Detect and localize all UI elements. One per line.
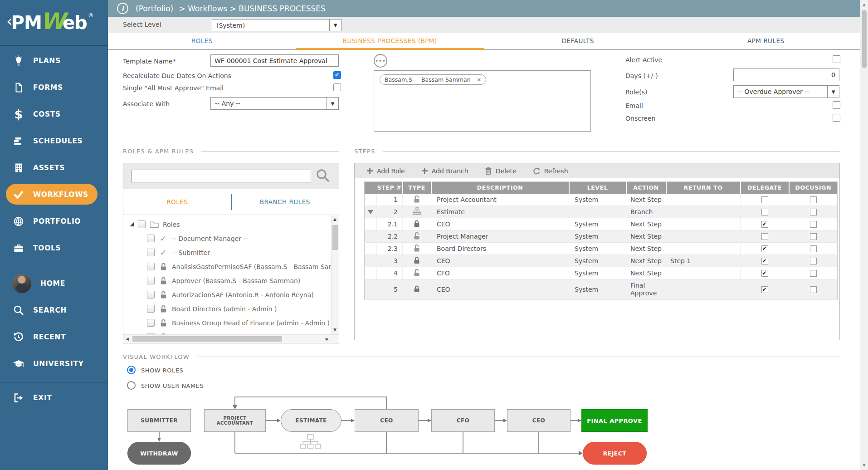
- docusign-checkbox[interactable]: [810, 270, 817, 277]
- col-docusign[interactable]: DOCUSIGN: [789, 182, 838, 194]
- chevron-down-icon[interactable]: ▼: [327, 98, 338, 109]
- delegate-checkbox[interactable]: [761, 233, 768, 240]
- tree-item-checkbox[interactable]: [147, 263, 155, 270]
- onscreen-checkbox[interactable]: [833, 114, 840, 122]
- days-input[interactable]: [733, 69, 839, 81]
- recalculate-checkbox[interactable]: [333, 71, 341, 79]
- col-description[interactable]: DESCRIPTION: [431, 182, 569, 194]
- delete-button[interactable]: Delete: [485, 167, 517, 175]
- collapse-row-icon[interactable]: [368, 210, 373, 214]
- sidebar-item-costs[interactable]: $ COSTS: [0, 101, 108, 127]
- assignees-box[interactable]: Bassam.S Bassam Samman ×: [374, 70, 591, 132]
- docusign-checkbox[interactable]: [810, 209, 817, 215]
- roles-subtab-branch-rules[interactable]: BRANCH RULES: [231, 189, 339, 215]
- show-user-names-radio[interactable]: [127, 381, 136, 390]
- template-name-input[interactable]: [210, 54, 339, 67]
- sidebar-item-workflows[interactable]: WORKFLOWS: [0, 181, 108, 208]
- tree-horizontal-scrollbar[interactable]: ◀ ▶: [123, 334, 339, 343]
- sidebar-item-search[interactable]: SEARCH: [0, 297, 108, 323]
- col-type[interactable]: TYPE: [403, 182, 431, 194]
- tree-item-checkbox[interactable]: [147, 319, 155, 327]
- breadcrumb-portfolio-link[interactable]: (Portfolio): [136, 4, 173, 13]
- tab-roles[interactable]: ROLES: [108, 33, 296, 50]
- tab-apm-rules[interactable]: APM RULES: [672, 33, 860, 50]
- tree-item-checkbox[interactable]: [147, 305, 155, 313]
- docusign-checkbox[interactable]: [810, 233, 817, 240]
- chevron-down-icon[interactable]: ▼: [329, 20, 341, 31]
- remove-tag-icon[interactable]: ×: [477, 77, 481, 83]
- tree-item[interactable]: ✓ Business Group Head of Finance (admin …: [123, 316, 331, 330]
- sidebar-item-exit[interactable]: EXIT: [0, 384, 108, 411]
- docusign-checkbox[interactable]: [810, 245, 817, 252]
- sidebar-item-university[interactable]: UNIVERSITY: [0, 350, 108, 377]
- add-role-button[interactable]: Add Role: [366, 167, 405, 175]
- chevron-down-icon[interactable]: ▼: [827, 86, 839, 98]
- delegate-checkbox[interactable]: [761, 209, 768, 215]
- add-branch-button[interactable]: Add Branch: [421, 167, 468, 175]
- email-checkbox[interactable]: [833, 101, 840, 109]
- docusign-checkbox[interactable]: [810, 196, 817, 203]
- tree-item-checkbox[interactable]: [147, 277, 155, 284]
- scroll-down-icon[interactable]: ▼: [863, 463, 866, 467]
- sidebar-item-forms[interactable]: FORMS: [0, 74, 108, 101]
- tab-defaults[interactable]: DEFAULTS: [484, 33, 672, 50]
- associate-with-dropdown[interactable]: -- Any -- ▼: [210, 97, 339, 110]
- pmweb-logo[interactable]: ‹PMWeb®: [6, 8, 93, 34]
- roles-search-input[interactable]: [131, 170, 311, 182]
- select-level-dropdown[interactable]: (System) ▼: [212, 19, 341, 31]
- docusign-checkbox[interactable]: [810, 221, 817, 228]
- step-row[interactable]: 2.3 Board Directors System Next Step: [365, 243, 838, 255]
- alert-active-checkbox[interactable]: [833, 55, 840, 63]
- tab-business-processes[interactable]: BUSINESS PROCESSES (BPM): [296, 33, 484, 50]
- expand-triangle-icon[interactable]: [130, 222, 134, 226]
- scrollbar-thumb[interactable]: [332, 225, 338, 250]
- scrollbar-thumb[interactable]: [862, 10, 867, 68]
- delegate-checkbox[interactable]: [761, 221, 768, 228]
- step-row[interactable]: 4 CFO System Next Step: [365, 267, 838, 279]
- tree-vertical-scrollbar[interactable]: ▲ ▼: [331, 215, 339, 334]
- single-email-checkbox[interactable]: [333, 83, 341, 91]
- scroll-right-icon[interactable]: ▶: [326, 337, 329, 341]
- tree-item-checkbox[interactable]: [147, 291, 155, 299]
- sidebar-item-assets[interactable]: ASSETS: [0, 154, 108, 181]
- docusign-checkbox[interactable]: [810, 286, 817, 293]
- col-level[interactable]: LEVEL: [569, 182, 626, 194]
- step-row[interactable]: 2.1 CEO System Next Step: [365, 218, 838, 230]
- tree-item[interactable]: ✓ Approver (Bassam.S - Bassam Samman): [123, 274, 331, 288]
- delegate-checkbox[interactable]: [761, 258, 768, 264]
- step-row[interactable]: 2 Estimate Branch: [365, 206, 838, 218]
- tree-root-checkbox[interactable]: [138, 220, 146, 228]
- sidebar-item-recent[interactable]: RECENT: [0, 323, 108, 350]
- sidebar-item-home[interactable]: HOME: [0, 270, 108, 297]
- col-return-to[interactable]: RETURN TO: [666, 182, 741, 194]
- scroll-left-icon[interactable]: ◀: [126, 337, 129, 341]
- step-row[interactable]: 2.2 Project Manager System Next Step: [365, 230, 838, 243]
- scrollbar-thumb[interactable]: [132, 336, 282, 342]
- tree-item[interactable]: ✓ AnalisisGastoPermisoSAF (Bassam.S - Ba…: [123, 259, 331, 274]
- tree-item[interactable]: ✓ Board Directors (admin - Admin ): [123, 302, 331, 316]
- delegate-checkbox[interactable]: [761, 196, 768, 203]
- sidebar-item-tools[interactable]: TOOLS: [0, 235, 108, 261]
- more-options-button[interactable]: [374, 54, 387, 68]
- step-row[interactable]: 1 Project Accountant System Next Step: [365, 194, 838, 206]
- tree-root-roles[interactable]: Roles: [123, 217, 331, 231]
- overdue-role-dropdown[interactable]: -- Overdue Approver -- ▼: [733, 85, 839, 98]
- page-scrollbar[interactable]: ▲ ▼: [860, 0, 868, 470]
- col-action[interactable]: ACTION: [626, 182, 666, 194]
- step-row[interactable]: 5 CEO System Final Approve: [365, 279, 838, 300]
- scroll-up-icon[interactable]: ▲: [863, 3, 866, 7]
- tree-item[interactable]: ✓ AutorizacionSAF (Antonio.R - Antonio R…: [123, 288, 331, 302]
- scroll-down-icon[interactable]: ▼: [333, 328, 336, 332]
- search-icon[interactable]: [316, 168, 331, 185]
- roles-subtab-roles[interactable]: ROLES: [123, 189, 231, 215]
- sidebar-item-portfolio[interactable]: PORTFOLIO: [0, 208, 108, 235]
- col-step[interactable]: STEP #: [377, 182, 403, 194]
- tree-item[interactable]: ✓ -- Document Manager --: [123, 231, 331, 245]
- delegate-checkbox[interactable]: [761, 270, 768, 277]
- tree-item-checkbox[interactable]: [147, 249, 155, 256]
- step-row[interactable]: 3 CEO System Next Step Step 1: [365, 255, 838, 267]
- sidebar-item-plans[interactable]: PLANS: [0, 47, 108, 74]
- delegate-checkbox[interactable]: [761, 286, 768, 293]
- scroll-up-icon[interactable]: ▲: [333, 217, 336, 221]
- col-delegate[interactable]: DELEGATE: [741, 182, 789, 194]
